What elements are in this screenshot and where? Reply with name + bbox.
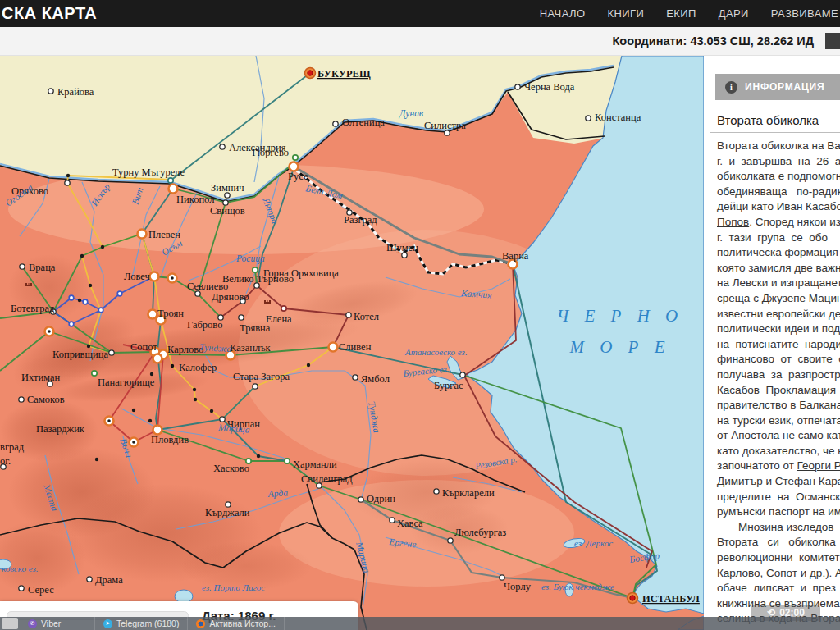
city-label-Разград: Разград bbox=[344, 214, 377, 226]
city-marker-Люлебургаз[interactable] bbox=[448, 538, 453, 543]
city-marker-Котел[interactable] bbox=[346, 313, 351, 317]
city-marker-Одрин[interactable] bbox=[358, 497, 363, 502]
menu-item-0[interactable]: НАЧАЛО bbox=[540, 7, 586, 20]
city-marker-Крайова[interactable] bbox=[48, 89, 53, 94]
city-label-Бургас: Бургас bbox=[434, 380, 463, 391]
city-label-Велико Търново: Велико Търново bbox=[222, 273, 294, 285]
route-waypoint-blue bbox=[69, 295, 74, 300]
taskbar-start-button[interactable] bbox=[2, 618, 18, 629]
coordinates-bar: Координати: 43.053 СШ, 28.262 ИД bbox=[0, 27, 840, 56]
city-marker-Констанца[interactable] bbox=[586, 116, 591, 121]
city-marker-Чирпан[interactable] bbox=[220, 417, 225, 422]
city-label-Самоков: Самоков bbox=[27, 394, 65, 405]
city-marker-Ямбол[interactable] bbox=[353, 375, 358, 380]
city-label-Хавса: Хавса bbox=[397, 518, 423, 529]
menu-item-3[interactable]: ДАРИ bbox=[719, 7, 749, 20]
coordinates-readout: Координати: 43.053 СШ, 28.262 ИД bbox=[613, 34, 814, 48]
city-label-Ихтиман: Ихтиман bbox=[21, 372, 60, 383]
city-marker-Враца[interactable] bbox=[20, 264, 25, 269]
city-label-Олтеница: Олтеница bbox=[342, 116, 385, 128]
article-line: революционни комитети bbox=[717, 550, 840, 566]
city-marker-Троян[interactable] bbox=[148, 310, 158, 319]
city-marker-Оряхово[interactable] bbox=[65, 180, 70, 185]
city-marker-Никопол[interactable] bbox=[169, 185, 178, 194]
route-waypoint-blue bbox=[98, 308, 103, 313]
site-logo[interactable]: СКА КАРТА bbox=[0, 4, 97, 23]
city-marker-Хавса[interactable] bbox=[390, 518, 395, 523]
article-link[interactable]: Попов bbox=[717, 216, 749, 228]
city-marker-Стара Загора[interactable] bbox=[253, 384, 258, 389]
city-label-Ловеч: Ловеч bbox=[124, 271, 150, 282]
city-label-Зимнич: Зимнич bbox=[211, 182, 244, 194]
menu-item-4[interactable]: РАЗВИВАМЕ bbox=[771, 7, 838, 20]
city-marker-Калофер[interactable] bbox=[171, 364, 174, 368]
city-marker-Харманли[interactable] bbox=[285, 459, 290, 463]
city-marker-Къркларели[interactable] bbox=[434, 489, 439, 494]
city-marker-Турну Мъгуреле[interactable] bbox=[168, 178, 173, 183]
city-marker-Плевен[interactable] bbox=[138, 230, 147, 239]
city-label-Стара Загора: Стара Загора bbox=[233, 371, 290, 382]
city-marker-Ловеч[interactable] bbox=[150, 272, 159, 281]
city-marker-Драма[interactable] bbox=[87, 577, 92, 582]
city-label-Къркларели: Къркларели bbox=[442, 487, 495, 499]
article-line: правителство в Балкана. bbox=[717, 398, 840, 413]
city-marker[interactable] bbox=[153, 354, 162, 363]
main-menu: НАЧАЛОКНИГИЕКИПДАРИРАЗВИВАМЕ bbox=[540, 7, 840, 20]
map-canvas[interactable]: БУКУРЕЩИСТАНБУЛКрайоваЧерна ВодаКонстанц… bbox=[0, 56, 704, 630]
city-label-Пазарджик: Пазарджик bbox=[36, 423, 85, 435]
city-marker-Русе[interactable] bbox=[290, 162, 299, 171]
article-line: Мнозина изследов bbox=[717, 520, 840, 536]
city-marker-Александрия[interactable] bbox=[220, 144, 225, 149]
city-label-Одрин: Одрин bbox=[367, 493, 395, 504]
information-panel-header[interactable]: i ИНФОРМАЦИЯ bbox=[715, 74, 840, 100]
city-label-Пловдив: Пловдив bbox=[151, 434, 189, 445]
route-waypoint bbox=[193, 388, 196, 391]
water-label: ез. Порто Лагос bbox=[202, 582, 265, 592]
taskbar-item-viber[interactable]: ✆Viber bbox=[20, 617, 95, 630]
city-label-Ботевград: Ботевград bbox=[11, 303, 55, 314]
city-marker-Самоков[interactable] bbox=[19, 397, 24, 402]
route-waypoint bbox=[132, 409, 135, 412]
city-marker-Олтеница[interactable] bbox=[333, 121, 338, 126]
city-marker-Черна Вода[interactable] bbox=[515, 84, 520, 89]
article-line: Димитър и Стефан Карад bbox=[717, 474, 840, 490]
menu-item-2[interactable]: ЕКИП bbox=[666, 7, 696, 20]
city-marker-Трявна[interactable] bbox=[239, 315, 244, 320]
city-label-Свищов: Свищов bbox=[210, 205, 245, 217]
city-marker-Горна Оряховица[interactable] bbox=[253, 267, 258, 272]
city-marker-Сливен[interactable] bbox=[329, 343, 338, 352]
city-label-Севлиево: Севлиево bbox=[187, 281, 228, 292]
article-body: Втората обиколка на Васиг. и завършва на… bbox=[710, 139, 840, 630]
city-label-Шумен: Шумен bbox=[386, 242, 418, 253]
route-waypoint-blue bbox=[117, 291, 122, 296]
city-marker-Копривщица[interactable] bbox=[109, 350, 114, 355]
map-container[interactable]: БУКУРЕЩИСТАНБУЛКрайоваЧерна ВодаКонстанц… bbox=[0, 56, 704, 630]
city-marker-Пловдив[interactable] bbox=[153, 426, 162, 435]
city-marker-Панагюрище[interactable] bbox=[92, 371, 97, 376]
route-waypoint bbox=[101, 245, 104, 249]
city-marker-Чорлу[interactable] bbox=[500, 575, 504, 580]
article-line: от Апостола не само кат bbox=[717, 428, 840, 444]
article-line: на потиснатите народи. bbox=[717, 337, 840, 353]
city-label-Чорлу: Чорлу bbox=[504, 581, 532, 592]
information-panel: i ИНФОРМАЦИЯ Втората обиколка Втората об… bbox=[710, 56, 840, 630]
article-link[interactable]: Георги Ра bbox=[797, 459, 840, 472]
taskbar-item-активна-истор-[interactable]: Активна Истор... bbox=[188, 617, 284, 630]
article-line: на Левски и изпращанет bbox=[717, 276, 840, 291]
fortress-icon bbox=[264, 300, 271, 304]
city-marker-Гюргево[interactable] bbox=[293, 155, 298, 160]
city-marker-Серес[interactable] bbox=[19, 586, 24, 591]
subbar-button[interactable] bbox=[825, 33, 840, 49]
article-line: Попов. Според някои изсл bbox=[717, 215, 840, 231]
city-label-Панагюрище: Панагюрище bbox=[98, 377, 155, 388]
taskbar-item-telegram-6180-[interactable]: ➤Telegram (6180) bbox=[95, 617, 188, 630]
city-marker-Бургас[interactable] bbox=[460, 372, 465, 377]
route-waypoint bbox=[95, 458, 98, 461]
route-waypoint bbox=[307, 363, 310, 367]
article-line: политическа формация в bbox=[717, 245, 840, 261]
city-marker-Елена[interactable] bbox=[281, 306, 286, 311]
taskbar-item-label: Активна Истор... bbox=[209, 619, 275, 628]
city-label-Хасково: Хасково bbox=[213, 463, 249, 474]
city-label-Ямбол: Ямбол bbox=[361, 373, 390, 385]
menu-item-1[interactable]: КНИГИ bbox=[607, 7, 644, 20]
